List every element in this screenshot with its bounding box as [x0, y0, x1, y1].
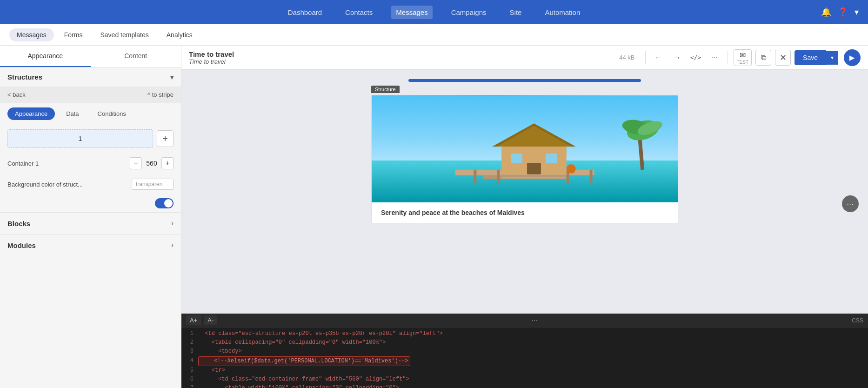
bg-color-label: Background color of struct... — [7, 181, 83, 188]
test-button[interactable]: ✉ TEST — [734, 49, 752, 66]
nav-messages[interactable]: Messages — [391, 6, 432, 19]
subnav-forms[interactable]: Forms — [57, 28, 90, 41]
svg-point-18 — [567, 164, 576, 174]
code-line: 6 <td class="esd-container-frame" width=… — [181, 375, 868, 384]
svg-rect-8 — [546, 154, 557, 163]
column-input[interactable]: 1 — [7, 129, 153, 148]
undo-button[interactable]: ← — [651, 50, 666, 65]
close-button[interactable]: ✕ — [775, 50, 791, 66]
subnav-saved-templates[interactable]: Saved templates — [93, 28, 156, 41]
svg-rect-11 — [497, 170, 500, 184]
nav-campaigns[interactable]: Campaigns — [447, 6, 491, 19]
container-stepper: − 560 + — [130, 157, 174, 169]
left-panel-tabs: Appearance Content — [0, 46, 181, 67]
structures-label: Structures — [7, 73, 42, 81]
code-line: 5 <tr> — [181, 366, 868, 375]
canvas-area[interactable]: Structure — [181, 70, 868, 314]
bg-color-input[interactable]: transparen — [132, 179, 174, 190]
code-more-button[interactable]: ··· — [532, 316, 538, 325]
container-width-value: 560 — [145, 160, 159, 167]
maldives-illustration — [372, 95, 678, 202]
save-button[interactable]: Save — [795, 50, 826, 65]
increase-font-button[interactable]: A+ — [186, 315, 201, 325]
container-decrement-button[interactable]: − — [130, 157, 142, 169]
container-increment-button[interactable]: + — [161, 157, 174, 169]
inner-tab-data[interactable]: Data — [59, 107, 86, 120]
inner-tab-conditions[interactable]: Conditions — [90, 107, 134, 120]
canvas-progress-bar — [408, 79, 641, 82]
subnav-messages[interactable]: Messages — [9, 28, 54, 41]
bg-color-row: Background color of struct... transparen — [0, 174, 181, 194]
left-panel: Appearance Content Structures ▾ < back ^… — [0, 46, 181, 388]
code-line: 4 <!--#elseif($data.get('PERSONAL.LOCATI… — [181, 356, 868, 366]
subnav-analytics[interactable]: Analytics — [159, 28, 200, 41]
main-layout: Appearance Content Structures ▾ < back ^… — [0, 46, 868, 388]
editor-size: 44 kB — [619, 54, 634, 61]
container-label: Container 1 — [7, 160, 39, 167]
code-line: 3 <tbody> — [181, 347, 868, 356]
more-options-button[interactable]: ··· — [707, 50, 722, 65]
modules-arrow: › — [171, 241, 174, 249]
help-icon[interactable]: ❓ — [838, 7, 848, 17]
code-toolbar: A+ A- ··· CSS — [181, 314, 868, 328]
nav-site[interactable]: Site — [505, 6, 527, 19]
svg-rect-13 — [590, 170, 593, 184]
tab-appearance[interactable]: Appearance — [0, 46, 91, 67]
code-view-button[interactable]: </> — [688, 50, 703, 65]
code-lines: 1 <td class="esd-structure es-p20t es-p3… — [181, 328, 868, 388]
save-dropdown-button[interactable]: ▾ — [826, 51, 838, 65]
code-line: 7 <table width="100%" cellspacing="0" ce… — [181, 384, 868, 388]
code-line: 2 <table cellspacing="0" cellpadding="0"… — [181, 338, 868, 347]
blocks-section[interactable]: Blocks › — [0, 212, 181, 234]
blocks-label: Blocks — [7, 220, 30, 227]
nav-dashboard[interactable]: Dashboard — [283, 6, 327, 19]
code-css-button[interactable]: CSS — [852, 317, 863, 324]
account-dropdown-icon[interactable]: ▾ — [855, 7, 859, 17]
inner-tab-appearance[interactable]: Appearance — [7, 107, 55, 120]
toggle-switch[interactable] — [155, 198, 174, 208]
email-image — [372, 95, 678, 202]
structures-chevron: ▾ — [170, 74, 174, 81]
save-button-group: Save ▾ — [795, 50, 838, 65]
top-nav-links: Dashboard Contacts Messages Campaigns Si… — [283, 6, 585, 19]
add-column-button[interactable]: + — [157, 130, 174, 147]
redo-button[interactable]: → — [670, 50, 685, 65]
toggle-knob — [164, 199, 173, 207]
svg-rect-7 — [511, 154, 522, 163]
modules-label: Modules — [7, 241, 36, 249]
svg-rect-9 — [527, 163, 541, 174]
svg-rect-10 — [474, 170, 476, 184]
column-selector: 1 + — [0, 125, 181, 153]
svg-rect-19 — [501, 177, 567, 179]
top-nav: Dashboard Contacts Messages Campaigns Si… — [0, 0, 868, 24]
back-stripe[interactable]: < back ^ to stripe — [0, 87, 181, 103]
right-content: Time to travel Time to travel 44 kB ← → … — [181, 46, 868, 388]
test-icon: ✉ — [740, 51, 746, 60]
editor-title-block: Time to travel Time to travel — [189, 50, 234, 65]
nav-contacts[interactable]: Contacts — [341, 6, 377, 19]
decrease-font-button[interactable]: A- — [204, 315, 217, 325]
nav-automation[interactable]: Automation — [540, 6, 585, 19]
editor-toolbar: Time to travel Time to travel 44 kB ← → … — [181, 46, 868, 70]
toolbar-divider-2 — [728, 51, 728, 64]
email-caption: Serenity and peace at the beaches of Mal… — [372, 202, 678, 223]
toggle-row — [0, 194, 181, 212]
modules-section[interactable]: Modules › — [0, 234, 181, 256]
back-label[interactable]: < back — [7, 91, 26, 98]
test-label: TEST — [737, 60, 749, 65]
code-panel: A+ A- ··· CSS 1 <td class="esd-structure… — [181, 314, 868, 388]
bell-icon[interactable]: 🔔 — [821, 7, 831, 17]
play-button[interactable]: ▶ — [844, 49, 861, 66]
editor-subtitle: Time to travel — [189, 58, 234, 65]
left-panel-content: Structures ▾ < back ^ to stripe Appearan… — [0, 67, 181, 388]
structure-tag: Structure — [371, 86, 400, 93]
to-stripe-label[interactable]: ^ to stripe — [147, 91, 174, 98]
top-nav-right: 🔔 ❓ ▾ — [821, 7, 859, 17]
structures-section[interactable]: Structures ▾ — [0, 67, 181, 87]
tab-content[interactable]: Content — [91, 46, 181, 67]
copy-button[interactable]: ⧉ — [755, 50, 771, 66]
toolbar-divider-1 — [645, 51, 646, 64]
float-dots-button[interactable]: ··· — [842, 195, 859, 212]
blocks-arrow: › — [171, 219, 174, 227]
code-line: 1 <td class="esd-structure es-p20t es-p3… — [181, 329, 868, 338]
